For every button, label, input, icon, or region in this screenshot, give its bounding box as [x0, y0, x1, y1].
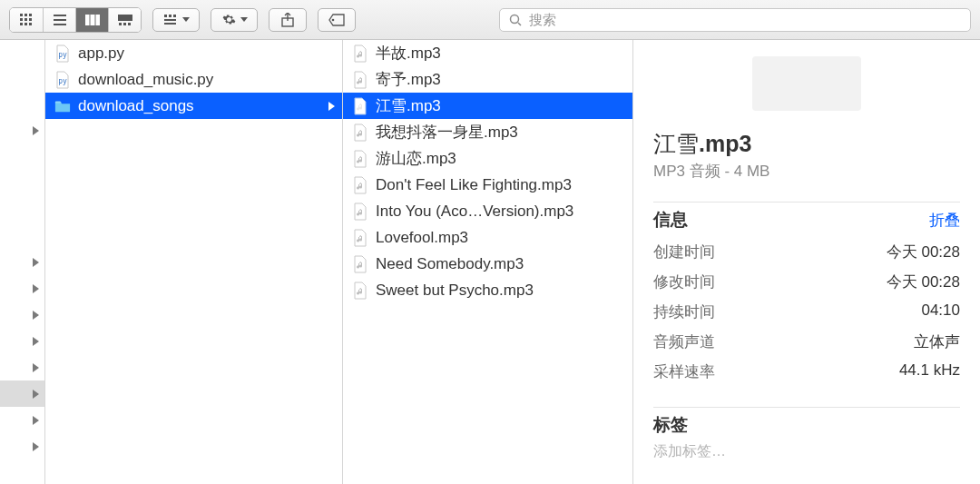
file-row[interactable]: py app.py	[45, 40, 342, 66]
collapse-button[interactable]: 折叠	[929, 210, 960, 231]
svg-rect-20	[169, 15, 172, 17]
view-gallery-button[interactable]	[108, 8, 141, 32]
gutter-marker[interactable]	[0, 117, 44, 143]
file-name: 半故.mp3	[376, 43, 625, 64]
audio-file-icon	[352, 228, 368, 248]
svg-rect-12	[85, 15, 89, 25]
search-input[interactable]	[529, 12, 963, 27]
folder-name: download_songs	[78, 97, 321, 115]
preview-pane: 江雪.mp3 MP3 音频 - 4 MB 信息 折叠 创建时间今天 00:28 …	[633, 40, 980, 484]
file-row[interactable]: 江雪.mp3	[343, 93, 632, 119]
info-value: 立体声	[914, 331, 960, 352]
arrange-button[interactable]	[152, 8, 200, 32]
file-row[interactable]: Into You (Aco…Version).mp3	[343, 198, 632, 224]
file-row[interactable]: Lovefool.mp3	[343, 224, 632, 251]
gutter-marker[interactable]	[0, 143, 44, 170]
audio-file-icon	[352, 70, 368, 90]
audio-file-icon	[352, 281, 368, 301]
chevron-right-icon	[328, 102, 335, 111]
info-value: 今天 00:28	[887, 272, 960, 292]
preview-info-section: 信息 折叠 创建时间今天 00:28 修改时间今天 00:28 持续时间04:1…	[653, 202, 960, 387]
file-name: app.py	[78, 44, 335, 63]
folder-row[interactable]: download_songs	[45, 93, 342, 119]
tag-icon	[328, 10, 345, 30]
share-button[interactable]	[269, 8, 307, 32]
svg-rect-3	[20, 18, 23, 21]
svg-rect-17	[123, 23, 126, 25]
file-row[interactable]: 半故.mp3	[343, 40, 632, 66]
svg-rect-0	[20, 14, 23, 16]
audio-file-icon	[352, 44, 368, 64]
file-row[interactable]: Don't Feel Like Fighting.mp3	[343, 172, 632, 198]
triangle-right-icon	[33, 442, 39, 451]
audio-file-icon	[352, 123, 368, 143]
gutter-marker[interactable]	[0, 354, 44, 380]
info-key: 音频声道	[653, 331, 715, 352]
file-name: Need Somebody.mp3	[376, 255, 625, 273]
view-list-button[interactable]	[43, 8, 75, 32]
file-row[interactable]: 我想抖落一身星.mp3	[343, 119, 632, 145]
python-file-icon: py	[54, 70, 71, 90]
info-value: 44.1 kHz	[899, 361, 960, 382]
file-row[interactable]: 寄予.mp3	[343, 66, 632, 93]
svg-rect-4	[24, 18, 27, 21]
file-name: Sweet but Psycho.mp3	[376, 282, 625, 300]
info-key: 持续时间	[653, 301, 715, 322]
file-row[interactable]: Sweet but Psycho.mp3	[343, 277, 632, 303]
audio-file-icon	[352, 96, 368, 116]
file-name: Lovefool.mp3	[376, 229, 625, 247]
info-row: 创建时间今天 00:28	[653, 237, 960, 267]
preview-title-ext: .mp3	[699, 131, 751, 156]
search-field[interactable]	[499, 8, 971, 32]
triangle-right-icon	[33, 416, 39, 425]
gutter-marker[interactable]	[0, 170, 44, 196]
file-name: download_music.py	[78, 71, 335, 89]
triangle-right-icon	[33, 311, 39, 320]
file-row[interactable]: 游山恋.mp3	[343, 145, 632, 172]
search-icon	[507, 14, 524, 26]
tags-button[interactable]	[318, 8, 356, 32]
gutter-marker[interactable]	[0, 407, 44, 433]
folder-icon	[54, 96, 71, 116]
view-columns-button[interactable]	[75, 8, 108, 32]
preview-title: 江雪.mp3	[653, 129, 960, 159]
triangle-right-icon	[33, 126, 39, 135]
file-name: 寄予.mp3	[376, 69, 625, 90]
svg-rect-7	[24, 23, 27, 25]
gutter-marker[interactable]	[0, 196, 44, 222]
gutter-marker[interactable]	[0, 222, 44, 249]
main-area: py app.py py download_music.py download_…	[0, 40, 980, 484]
column-2: 半故.mp3 寄予.mp3 江雪.mp3 我想抖落一身星.mp3 游山恋.mp3…	[343, 40, 633, 484]
svg-text:py: py	[58, 77, 67, 85]
chevron-down-icon	[240, 17, 248, 22]
add-tags-field[interactable]: 添加标签…	[653, 442, 960, 461]
gutter-marker[interactable]	[0, 275, 44, 301]
gutter-marker[interactable]	[0, 433, 44, 459]
view-icons-button[interactable]	[10, 8, 43, 32]
gutter-marker[interactable]	[0, 91, 44, 117]
gutter-marker[interactable]	[0, 328, 44, 354]
gutter-marker[interactable]	[0, 380, 44, 407]
gutter-marker[interactable]	[0, 301, 44, 328]
svg-rect-23	[164, 23, 176, 25]
svg-rect-18	[128, 23, 131, 25]
action-button[interactable]	[211, 8, 258, 32]
chevron-down-icon	[182, 17, 190, 22]
gutter-marker[interactable]	[0, 249, 44, 275]
grid-icon	[18, 10, 34, 30]
view-mode-group	[9, 7, 142, 33]
svg-rect-10	[54, 19, 66, 21]
file-name: 游山恋.mp3	[376, 148, 625, 169]
toolbar	[0, 0, 980, 40]
file-row[interactable]: py download_music.py	[45, 66, 342, 93]
svg-rect-11	[54, 24, 66, 25]
svg-rect-15	[118, 15, 132, 21]
source-gutter	[0, 40, 45, 484]
file-row[interactable]: Need Somebody.mp3	[343, 251, 632, 277]
tags-heading: 标签	[653, 413, 688, 437]
list-icon	[52, 10, 68, 30]
svg-rect-2	[29, 14, 32, 16]
file-name: 江雪.mp3	[376, 95, 625, 116]
svg-rect-9	[54, 15, 66, 16]
audio-file-icon	[352, 175, 368, 195]
